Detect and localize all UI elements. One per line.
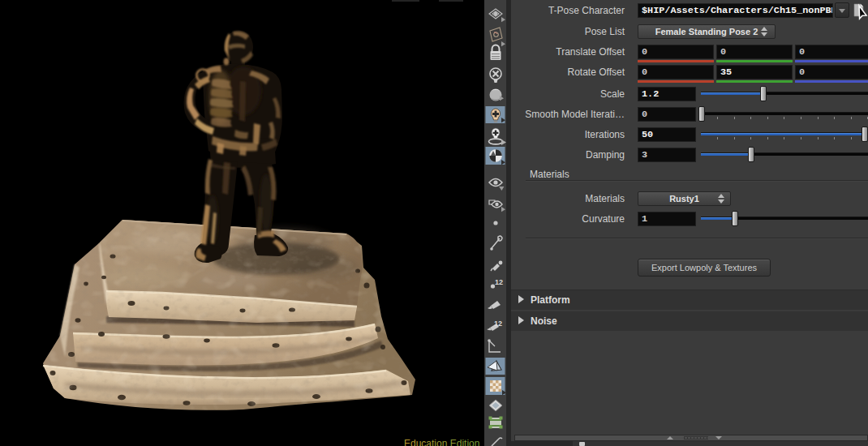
svg-text:12: 12 bbox=[495, 278, 503, 286]
svg-text:Education Edition: Education Edition bbox=[404, 438, 479, 446]
svg-text:12: 12 bbox=[494, 319, 502, 328]
